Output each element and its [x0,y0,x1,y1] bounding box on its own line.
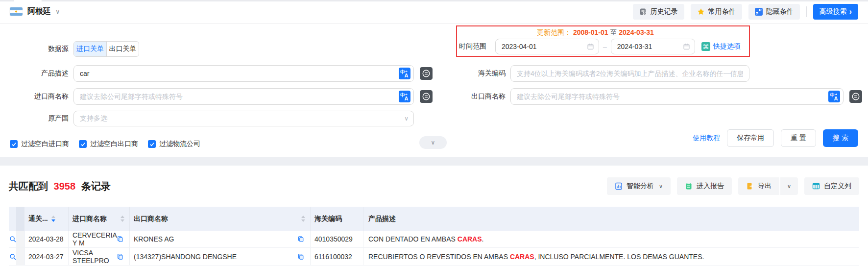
no-translate-icon[interactable] [420,67,433,80]
copy-icon[interactable] [117,236,123,242]
checkbox-label: 过滤空白出口商 [90,140,138,148]
copy-icon[interactable] [297,253,304,260]
header-importer[interactable]: 进口商名称 [69,207,130,231]
exporter-input[interactable] [510,88,844,105]
sort-icon[interactable] [121,216,124,222]
chevron-down-icon: ∨ [404,115,409,122]
hscode-label: 海关编码 [457,69,506,78]
no-translate-icon[interactable] [420,90,433,103]
update-range-label: 更新范围： [537,28,571,36]
cell-importer: VICSA STEELPRO [69,248,130,265]
checkbox-filter-blank-exporter[interactable]: 过滤空白出口商 [79,140,138,148]
header-exporter[interactable]: 出口商名称 [130,207,311,231]
tab-export-declarations[interactable]: 出口关单 [106,42,139,56]
product-desc-input[interactable] [73,65,414,82]
time-range-label: 时间范围 [459,42,491,51]
cell-product-desc: RECUBIERTOS O REVESTIDOS EN AMBAS CARAS,… [363,248,859,265]
checkbox-label: 过滤物流公司 [159,140,200,148]
sort-icon[interactable] [301,216,305,222]
header-product-desc: 产品描述 [363,207,859,231]
translate-icon[interactable]: 中 A [828,91,840,102]
result-count: 共匹配到 3958 条记录 [9,180,111,193]
smart-analysis-button[interactable]: 智能分析 ∨ [607,177,671,195]
fixed-column-strip [16,207,24,231]
svg-text:A: A [834,96,838,101]
copy-icon[interactable] [297,236,304,242]
argentina-flag-icon [10,7,23,16]
history-label: 历史记录 [651,7,678,16]
hscode-input[interactable] [510,65,749,82]
country-name[interactable]: 阿根廷 [27,6,51,17]
table-header-row: 通关... 进口商名称 出口商名称 海关编码 产品 [9,207,859,231]
checkbox-filter-logistics[interactable]: 过滤物流公司 [148,140,200,148]
columns-icon [812,182,820,190]
export-dropdown-button[interactable]: ∨ [780,177,798,195]
form-actions: 使用教程 保存常用 重 置 搜 索 [693,129,858,147]
fixed-column-strip [16,248,24,265]
quick-options-link[interactable]: ⌘ 快捷选项 [701,42,741,51]
collapse-form-button[interactable]: ∨ [419,136,447,149]
copy-icon[interactable] [117,253,123,260]
origin-country-select[interactable]: 支持多选 [73,111,414,126]
topbar: 阿根廷 ∨ 历史记录 常用条件 [0,0,868,24]
reset-button[interactable]: 重 置 [781,129,816,147]
translate-icon[interactable]: 中 A [399,91,410,102]
no-translate-icon[interactable] [849,90,862,103]
advanced-search-label: 高级搜索 [820,7,847,16]
country-chevron-down-icon[interactable]: ∨ [55,8,60,15]
tutorial-link[interactable]: 使用教程 [693,134,720,143]
analysis-chart-icon [615,182,623,190]
tab-import-declarations[interactable]: 进口关单 [74,42,106,56]
enter-report-button[interactable]: 进入报告 [677,177,732,195]
datasource-label: 数据源 [10,45,69,53]
hide-conditions-button[interactable]: 隐藏条件 [748,4,800,20]
cell-product-desc: CON DENTADO EN AMBAS CARAS. [363,231,859,247]
star-icon [697,8,705,16]
chevron-down-icon: ∨ [659,183,663,190]
chevron-down-icon: ∨ [787,183,791,190]
update-range-line: 更新范围： 2008-01-01 至 2024-03-31 [537,28,749,37]
sort-icon[interactable] [51,216,55,222]
update-range-start: 2008-01-01 [573,28,608,36]
advanced-search-button[interactable]: 高级搜索 › [813,4,858,20]
cell-hscode: 6116100032 [311,248,363,265]
results-toolbar: 智能分析 ∨ 进入报告 导出 [607,177,859,195]
enter-report-label: 进入报告 [697,182,724,191]
top-edge-tab-gap [14,0,42,1]
custom-columns-button[interactable]: 自定义列 [804,177,859,195]
header-clearance-date[interactable]: 通关... [24,207,69,231]
history-button[interactable]: 历史记录 [633,4,684,20]
topbar-divider [806,6,807,17]
fixed-column-strip [16,231,24,247]
table-row[interactable]: 2024-03-28 CERVECERIA Y M KRONES AG [9,231,859,248]
exporter-label: 出口商名称 [457,92,506,101]
datasource-tabs: 进口关单 出口关单 [73,41,139,57]
search-button[interactable]: 搜 索 [823,129,858,147]
start-date-input[interactable]: 2023-04-01 [495,39,599,54]
end-date-input[interactable]: 2024-03-31 [611,39,695,54]
checkbox-checked-icon [10,140,18,148]
filter-checkbox-row: 过滤空白进口商 过滤空白出口商 过滤物流公司 [10,140,200,148]
export-button-group: 导出 ∨ [738,177,798,195]
end-date-value: 2024-03-31 [617,43,652,50]
product-desc-label: 产品描述 [10,69,69,78]
results-section: 共匹配到 3958 条记录 智能分析 ∨ [0,175,868,266]
results-table: 通关... 进口商名称 出口商名称 海关编码 产品 [9,207,859,266]
row-detail-search-icon[interactable] [9,236,16,242]
checkbox-filter-blank-importer[interactable]: 过滤空白进口商 [10,140,69,148]
update-range-to: 至 [610,28,617,36]
export-icon [746,182,754,190]
favorite-conditions-button[interactable]: 常用条件 [691,4,742,20]
cell-importer: CERVECERIA Y M [69,231,130,247]
svg-text:A: A [405,96,409,101]
table-row[interactable]: 2024-03-27 VICSA STEELPRO (134327)SHANDO… [9,248,859,266]
save-favorite-button[interactable]: 保存常用 [727,129,774,147]
top-edge-line [0,0,868,1]
translate-icon[interactable]: 中 A [399,68,410,79]
importer-input[interactable] [73,88,414,105]
export-label: 导出 [758,182,772,191]
export-button[interactable]: 导出 [738,177,779,195]
date-range-dash: – [603,43,607,50]
chevron-down-icon: ∨ [431,139,435,146]
row-detail-search-icon[interactable] [9,253,16,260]
